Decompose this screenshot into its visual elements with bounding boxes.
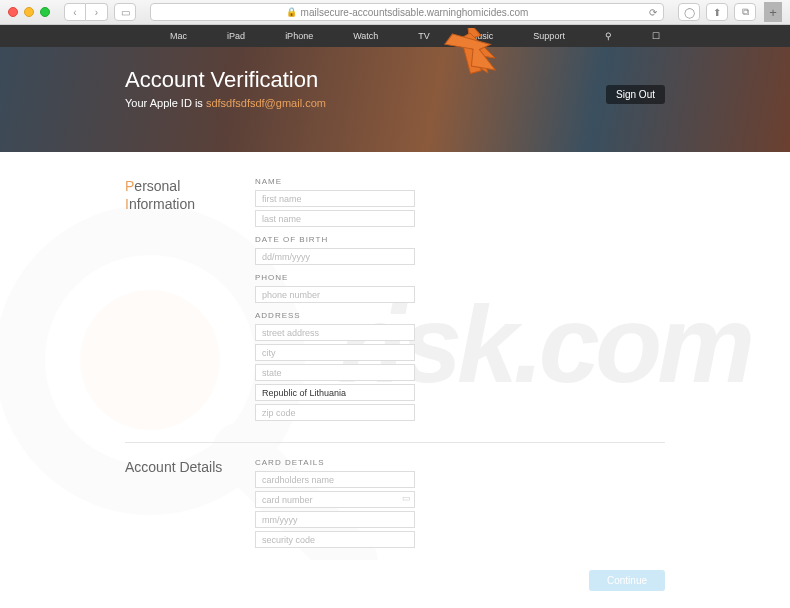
section-divider (125, 442, 665, 443)
card-number-input[interactable] (255, 491, 415, 508)
sidebar-button[interactable]: ▭ (114, 3, 136, 21)
browser-toolbar: ‹ › ▭ 🔒 mailsecure-accountsdisable.warni… (0, 0, 790, 25)
page-title: Account Verification (125, 67, 790, 93)
card-fields: CARD DETAILS ▭ (255, 458, 585, 551)
first-name-input[interactable] (255, 190, 415, 207)
address-bar[interactable]: 🔒 mailsecure-accountsdisable.warninghomi… (150, 3, 664, 21)
back-button[interactable]: ‹ (64, 3, 86, 21)
refresh-icon[interactable]: ⟳ (649, 7, 657, 18)
apple-id-email: sdfsdfsdfsdf@gmail.com (206, 97, 326, 109)
cardholder-input[interactable] (255, 471, 415, 488)
close-button[interactable] (8, 7, 18, 17)
lock-icon: 🔒 (286, 7, 297, 17)
continue-button[interactable]: Continue (589, 570, 665, 591)
bag-icon[interactable]: ☐ (652, 31, 660, 41)
card-icon: ▭ (402, 493, 411, 503)
hero-banner: Account Verification Your Apple ID is sd… (0, 47, 790, 152)
account-details-section: Account Details CARD DETAILS ▭ (125, 458, 665, 551)
country-input[interactable] (255, 384, 415, 401)
reader-button[interactable]: ◯ (678, 3, 700, 21)
tabs-button[interactable]: ⧉ (734, 3, 756, 21)
address-label: ADDRESS (255, 311, 585, 320)
state-input[interactable] (255, 364, 415, 381)
personal-info-section: Personal Information NAME DATE OF BIRTH … (125, 177, 665, 424)
maximize-button[interactable] (40, 7, 50, 17)
share-button[interactable]: ⬆ (706, 3, 728, 21)
apple-nav: Mac iPad iPhone Watch TV Music Support ⚲… (0, 25, 790, 47)
url-text: mailsecure-accountsdisable.warninghomici… (301, 7, 529, 18)
personal-fields: NAME DATE OF BIRTH PHONE ADDRESS (255, 177, 585, 424)
form-area: Personal Information NAME DATE OF BIRTH … (0, 152, 790, 591)
apple-id-text: Your Apple ID is sdfsdfsdfsdf@gmail.com (125, 97, 790, 109)
minimize-button[interactable] (24, 7, 34, 17)
sign-out-button[interactable]: Sign Out (606, 85, 665, 104)
nav-ipad[interactable]: iPad (227, 31, 245, 41)
expiry-input[interactable] (255, 511, 415, 528)
nav-music[interactable]: Music (470, 31, 494, 41)
new-tab-button[interactable]: + (764, 2, 782, 22)
street-input[interactable] (255, 324, 415, 341)
cvv-input[interactable] (255, 531, 415, 548)
nav-support[interactable]: Support (533, 31, 565, 41)
name-label: NAME (255, 177, 585, 186)
phone-label: PHONE (255, 273, 585, 282)
nav-buttons: ‹ › (64, 3, 108, 21)
account-details-label: Account Details (125, 458, 225, 551)
nav-iphone[interactable]: iPhone (285, 31, 313, 41)
zip-input[interactable] (255, 404, 415, 421)
phone-input[interactable] (255, 286, 415, 303)
personal-info-label: Personal Information (125, 177, 225, 424)
forward-button[interactable]: › (86, 3, 108, 21)
card-label: CARD DETAILS (255, 458, 585, 467)
nav-watch[interactable]: Watch (353, 31, 378, 41)
dob-input[interactable] (255, 248, 415, 265)
last-name-input[interactable] (255, 210, 415, 227)
dob-label: DATE OF BIRTH (255, 235, 585, 244)
nav-mac[interactable]: Mac (170, 31, 187, 41)
city-input[interactable] (255, 344, 415, 361)
nav-tv[interactable]: TV (418, 31, 430, 41)
search-icon[interactable]: ⚲ (605, 31, 612, 41)
window-controls (8, 7, 50, 17)
